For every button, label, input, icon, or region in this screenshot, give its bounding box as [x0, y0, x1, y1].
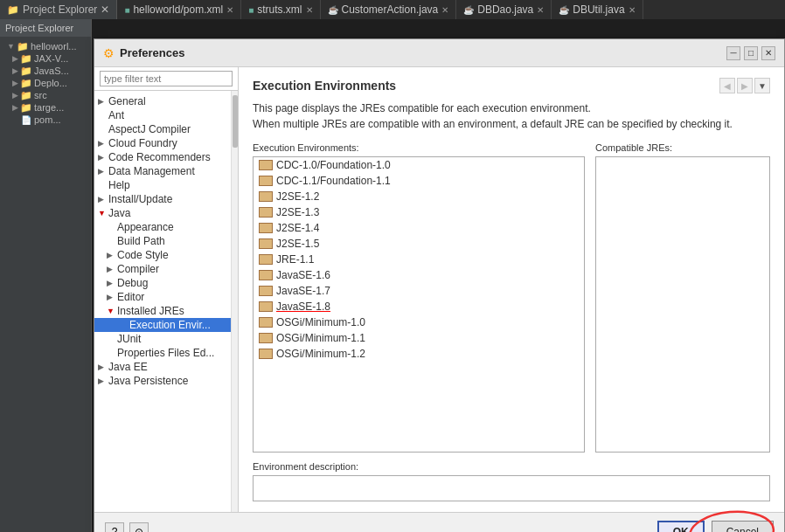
env-list[interactable]: CDC-1.0/Foundation-1.0 CDC-1.1/Foundatio… — [253, 156, 585, 453]
expand-arrow: ▶ — [12, 103, 18, 112]
list-item[interactable]: JavaSE-1.7 — [254, 283, 584, 299]
defaults-icon: ⊙ — [135, 526, 143, 533]
tree-item-install-update[interactable]: ▶ Install/Update — [94, 192, 238, 206]
tree-item-label: Ant — [108, 109, 234, 121]
close-icon[interactable]: ✕ — [226, 5, 233, 15]
env-environments-panel: Execution Environments: CDC-1.0/Foundati… — [253, 142, 585, 453]
env-item-label: J2SE-1.5 — [276, 238, 319, 250]
close-button[interactable]: ✕ — [761, 46, 775, 60]
tree-item-java-ee[interactable]: ▶ Java EE — [94, 360, 238, 374]
menu-button[interactable]: ▼ — [754, 78, 770, 93]
ok-button[interactable]: OK — [657, 521, 705, 533]
jre-icon — [259, 176, 273, 186]
list-item[interactable]: J2SE-1.4 — [254, 220, 584, 236]
close-icon[interactable]: ✕ — [101, 3, 109, 16]
defaults-button[interactable]: ⊙ — [129, 522, 149, 533]
list-item[interactable]: OSGi/Minimum-1.2 — [254, 346, 584, 362]
list-item[interactable]: CDC-1.1/Foundation-1.1 — [254, 173, 584, 189]
close-icon[interactable]: ✕ — [441, 5, 448, 15]
tree-item-editor[interactable]: ▶ Editor — [94, 290, 238, 304]
tree-scrollbar[interactable] — [231, 91, 238, 512]
tree-item-code-recommenders[interactable]: ▶ Code Recommenders — [94, 150, 238, 164]
tree-item-properties[interactable]: Properties Files Ed... — [94, 346, 238, 360]
tab-customer-action[interactable]: ☕ CustomerAction.java ✕ — [321, 0, 457, 19]
minimize-button[interactable]: ─ — [726, 46, 740, 60]
env-item-label: OSGi/Minimum-1.1 — [276, 332, 365, 344]
tree-item-ant[interactable]: Ant — [94, 108, 238, 122]
arrow-icon: ▶ — [98, 167, 108, 176]
folder-icon: 📁 — [21, 53, 31, 64]
close-icon[interactable]: ✕ — [629, 5, 636, 15]
scrollbar-thumb[interactable] — [233, 95, 238, 148]
pe-item-src[interactable]: ▶ 📁 src — [0, 89, 91, 101]
close-icon[interactable]: ✕ — [306, 5, 313, 15]
tab-struts-xml[interactable]: ■ struts.xml ✕ — [241, 0, 320, 19]
preferences-content-panel: Execution Environments ◀ ▶ ▼ This page d… — [239, 67, 784, 512]
back-button[interactable]: ◀ — [719, 78, 735, 93]
pe-item-pom[interactable]: ▶ 📄 pom... — [0, 114, 91, 126]
arrow-icon: ▼ — [107, 307, 117, 315]
section-title: Execution Environments — [253, 79, 719, 93]
pe-item-jax[interactable]: ▶ 📁 JAX-V... — [0, 52, 91, 65]
pe-item-target[interactable]: ▶ 📁 targe... — [0, 101, 91, 114]
tree-item-help[interactable]: Help — [94, 178, 238, 192]
tab-label: DBDao.java — [477, 3, 533, 16]
list-item[interactable]: J2SE-1.2 — [254, 189, 584, 204]
env-description-section: Environment description: — [253, 461, 770, 501]
pe-item-helloworld[interactable]: ▼ 📁 helloworl... — [0, 40, 91, 52]
tree-item-label: Compiler — [117, 263, 234, 275]
arrow-icon: ▶ — [98, 377, 108, 385]
right-header: Execution Environments ◀ ▶ ▼ — [253, 78, 770, 93]
tree-item-execution-env[interactable]: Execution Envir... — [94, 318, 238, 332]
tree-item-general[interactable]: ▶ General — [94, 94, 238, 108]
list-item[interactable]: JavaSE-1.6 — [254, 267, 584, 283]
tree-item-compiler[interactable]: ▶ Compiler — [94, 262, 238, 276]
cancel-button[interactable]: Cancel — [712, 521, 774, 533]
compatible-list[interactable] — [595, 156, 770, 453]
list-item[interactable]: OSGi/Minimum-1.1 — [254, 330, 584, 346]
list-item[interactable]: JRE-1.1 — [254, 252, 584, 267]
java-icon: ☕ — [463, 5, 474, 15]
list-item[interactable]: J2SE-1.5 — [254, 236, 584, 252]
filter-bar — [94, 67, 238, 91]
jre-icon — [259, 254, 273, 265]
pe-item-label: src — [34, 90, 47, 100]
jre-icon — [259, 286, 273, 296]
tree-item-build-path[interactable]: Build Path — [94, 234, 238, 248]
close-icon[interactable]: ✕ — [537, 5, 544, 15]
jre-icon — [259, 301, 273, 312]
tree-item-aspectj[interactable]: AspectJ Compiler — [94, 122, 238, 136]
list-item[interactable]: OSGi/Minimum-1.0 — [254, 314, 584, 330]
pe-title: Project Explorer — [5, 23, 73, 33]
tree-item-code-style[interactable]: ▶ Code Style — [94, 248, 238, 262]
jre-icon — [259, 160, 273, 170]
tab-dbutil[interactable]: ☕ DBUtil.java ✕ — [552, 0, 643, 19]
filter-input[interactable] — [100, 71, 233, 86]
pe-item-javas[interactable]: ▶ 📁 JavaS... — [0, 65, 91, 77]
env-item-label: JavaSE-1.7 — [276, 285, 330, 297]
tree-item-java-persistence[interactable]: ▶ Java Persistence — [94, 374, 238, 388]
list-item[interactable]: CDC-1.0/Foundation-1.0 — [254, 157, 584, 173]
tree-item-installed-jres[interactable]: ▼ Installed JREs — [94, 304, 238, 318]
expand-arrow: ▶ — [12, 91, 18, 100]
tab-label: DBUtil.java — [573, 3, 624, 16]
list-item[interactable]: JavaSE-1.8 — [254, 299, 584, 314]
env-item-label: CDC-1.1/Foundation-1.1 — [276, 175, 391, 187]
tree-item-debug[interactable]: ▶ Debug — [94, 276, 238, 290]
forward-button[interactable]: ▶ — [737, 78, 753, 93]
maximize-button[interactable]: □ — [744, 46, 758, 60]
dialog-title: Preferences — [120, 46, 726, 59]
tab-project-explorer[interactable]: 📁 Project Explorer ✕ — [0, 0, 117, 19]
tree-item-data-mgmt[interactable]: ▶ Data Management — [94, 164, 238, 178]
tab-dbdao[interactable]: ☕ DBDao.java ✕ — [456, 0, 552, 19]
java-icon: ☕ — [559, 5, 569, 15]
tree-item-java[interactable]: ▼ Java — [94, 206, 238, 220]
arrow-icon: ▶ — [107, 265, 117, 273]
tree-item-appearance[interactable]: Appearance — [94, 220, 238, 234]
pe-item-deploy[interactable]: ▶ 📁 Deplo... — [0, 77, 91, 89]
tab-pom-xml[interactable]: ■ helloworld/pom.xml ✕ — [117, 0, 241, 19]
help-button[interactable]: ? — [105, 522, 124, 533]
tree-item-cloud-foundry[interactable]: ▶ Cloud Foundry — [94, 136, 238, 150]
list-item[interactable]: J2SE-1.3 — [254, 204, 584, 220]
tree-item-junit[interactable]: JUnit — [94, 332, 238, 346]
